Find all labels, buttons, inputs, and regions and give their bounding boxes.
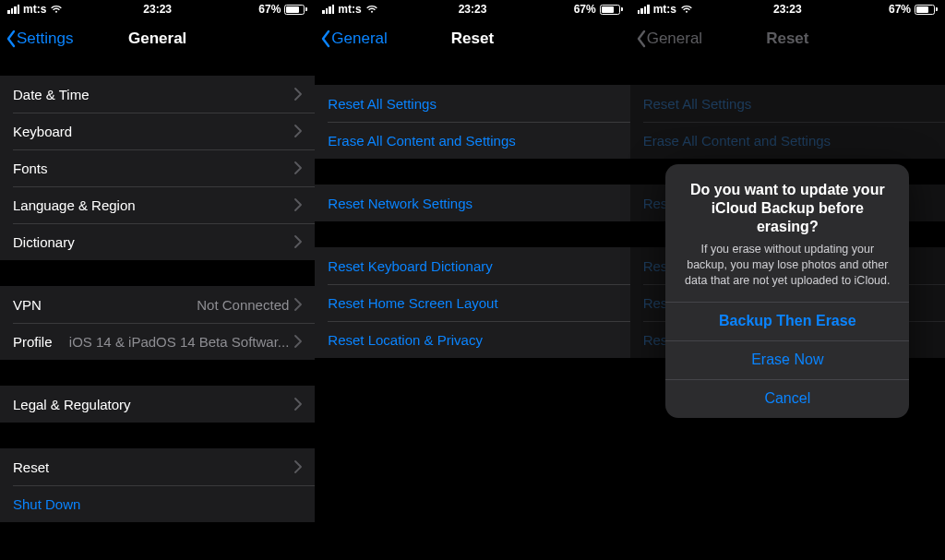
row-keyboard[interactable]: Keyboard [0, 113, 315, 149]
row-reset-keyboard-dict[interactable]: Reset Keyboard Dictionary [315, 247, 629, 284]
nav-bar: Settings General [0, 18, 315, 59]
clock-label: 23:23 [630, 3, 945, 16]
battery-icon [600, 5, 623, 15]
chevron-right-icon [294, 198, 302, 211]
cancel-button[interactable]: Cancel [665, 379, 909, 418]
row-language-region[interactable]: Language & Region [0, 186, 315, 223]
row-value: Not Connected [197, 297, 289, 313]
chevron-right-icon [294, 460, 302, 473]
confirm-dialog: Do you want to update your iCloud Backup… [665, 164, 909, 418]
group-reset-1: Reset All Settings Erase All Content and… [315, 85, 629, 159]
group-general-1: Date & Time Keyboard Fonts Language & Re… [0, 76, 315, 260]
row-legal[interactable]: Legal & Regulatory [0, 386, 315, 423]
row-reset-location-privacy[interactable]: Reset Location & Privacy [315, 321, 629, 358]
group-reset-2: Reset Network Settings [315, 185, 629, 221]
row-reset-all-settings[interactable]: Reset All Settings [315, 85, 629, 122]
battery-icon [915, 5, 938, 15]
nav-title: Reset [315, 30, 629, 48]
screenshot-general: mt:s 23:23 67% Settings General Date & T… [0, 0, 315, 560]
row-erase-all[interactable]: Erase All Content and Settings [315, 122, 629, 159]
chevron-right-icon [294, 235, 302, 248]
row-shut-down[interactable]: Shut Down [0, 485, 315, 522]
chevron-right-icon [294, 161, 302, 174]
chevron-right-icon [294, 88, 302, 101]
nav-title: General [0, 30, 315, 48]
status-bar: mt:s 23:23 67% [630, 0, 945, 18]
chevron-right-icon [294, 398, 302, 411]
row-value: iOS 14 & iPadOS 14 Beta Softwar... [69, 334, 289, 350]
row-reset-home-screen[interactable]: Reset Home Screen Layout [315, 284, 629, 321]
clock-label: 23:23 [0, 3, 315, 16]
row-vpn[interactable]: VPNNot Connected [0, 286, 315, 323]
group-general-2: VPNNot Connected ProfileiOS 14 & iPadOS … [0, 286, 315, 360]
backup-then-erase-button[interactable]: Backup Then Erase [665, 302, 909, 340]
group-reset-3: Reset Keyboard Dictionary Reset Home Scr… [315, 247, 629, 358]
nav-bar: General Reset [630, 18, 945, 59]
chevron-right-icon [294, 335, 302, 348]
row-date-time[interactable]: Date & Time [0, 76, 315, 113]
row-profile[interactable]: ProfileiOS 14 & iPadOS 14 Beta Softwar..… [0, 323, 315, 360]
nav-bar: General Reset [315, 18, 629, 59]
battery-icon [284, 5, 307, 15]
status-bar: mt:s 23:23 67% [315, 0, 629, 18]
dialog-body: Do you want to update your iCloud Backup… [665, 164, 909, 302]
row-reset-network[interactable]: Reset Network Settings [315, 185, 629, 221]
dialog-title: Do you want to update your iCloud Backup… [680, 181, 894, 236]
row-dictionary[interactable]: Dictionary [0, 223, 315, 260]
screenshot-reset-dialog: mt:s 23:23 67% General Reset Reset All S… [630, 0, 945, 560]
dialog-message: If you erase without updating your backu… [680, 242, 894, 289]
status-bar: mt:s 23:23 67% [0, 0, 315, 18]
row-reset[interactable]: Reset [0, 448, 315, 485]
chevron-right-icon [294, 298, 302, 311]
clock-label: 23:23 [315, 3, 629, 16]
screenshot-reset: mt:s 23:23 67% General Reset Reset All S… [315, 0, 629, 560]
row-fonts[interactable]: Fonts [0, 149, 315, 186]
group-general-4: Reset Shut Down [0, 448, 315, 522]
nav-title: Reset [630, 30, 945, 48]
erase-now-button[interactable]: Erase Now [665, 340, 909, 379]
chevron-right-icon [294, 125, 302, 137]
group-general-3: Legal & Regulatory [0, 386, 315, 423]
